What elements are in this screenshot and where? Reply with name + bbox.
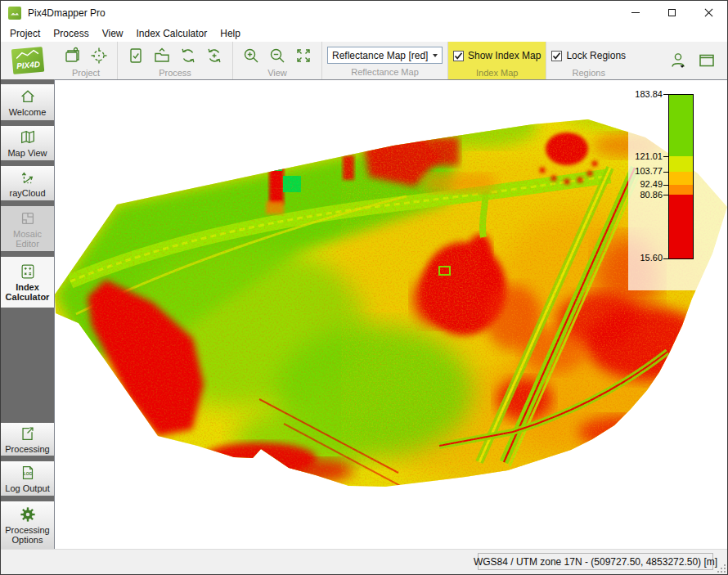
- toolbar-group-view: View: [232, 42, 321, 79]
- sidebar-item-raycloud[interactable]: rayCloud: [1, 166, 54, 200]
- legend-band-orange: [669, 185, 693, 195]
- close-button[interactable]: [690, 1, 727, 25]
- menu-project[interactable]: Project: [3, 26, 47, 41]
- menu-process[interactable]: Process: [47, 26, 95, 41]
- legend-color-bar: [668, 94, 694, 259]
- zoom-fit-icon: [294, 46, 313, 65]
- gear-icon: [19, 505, 37, 523]
- project-center-icon: [89, 46, 109, 65]
- zoom-in-button[interactable]: [239, 44, 263, 67]
- legend-tick-4: 92.49: [613, 179, 663, 189]
- sidebar-item-processing[interactable]: Processing: [1, 423, 54, 456]
- reprocess-icon: [178, 46, 198, 65]
- app-icon: [8, 7, 21, 20]
- index-calculator-icon: [19, 263, 37, 281]
- sidebar-item-index-calculator[interactable]: Index Calculator: [1, 257, 54, 308]
- sidebar: Welcome Map View: [1, 79, 54, 549]
- sidebar-item-label: Log Output: [2, 483, 53, 493]
- show-index-map-label[interactable]: Show Index Map: [468, 50, 541, 61]
- legend-tick-2: 121.01: [613, 151, 663, 161]
- window-title: Pix4Dmapper Pro: [28, 7, 106, 19]
- lock-regions-checkbox[interactable]: [551, 51, 562, 61]
- reprocess-button[interactable]: [176, 44, 200, 67]
- menu-index-calculator[interactable]: Index Calculator: [130, 26, 214, 41]
- project-center-button[interactable]: [87, 44, 111, 67]
- legend-band-yellowgreen: [669, 156, 693, 172]
- sidebar-item-mosaic-editor: Mosaic Editor: [1, 206, 54, 251]
- sidebar-item-label: Processing: [2, 444, 53, 454]
- toolbar-spacer: [631, 42, 663, 79]
- index-map-view[interactable]: [55, 80, 727, 549]
- sidebar-item-label: Mosaic Editor: [2, 229, 53, 249]
- process-check-icon: [126, 46, 146, 65]
- user-icon: [667, 50, 689, 71]
- map-canvas: 183.84 121.01 103.77 92.49 80.86 15.60: [54, 79, 727, 549]
- menu-view[interactable]: View: [96, 26, 130, 41]
- processing-icon: [19, 425, 37, 442]
- legend-tick-min: 15.60: [613, 253, 663, 263]
- toolbar-group-project: Project: [55, 42, 117, 79]
- svg-text:LOG: LOG: [23, 472, 32, 476]
- group-label-regions: Regions: [573, 68, 605, 78]
- zoom-in-icon: [241, 46, 261, 65]
- reflectance-map-dropdown-value: Reflectance Map [red]: [332, 50, 428, 61]
- menu-help[interactable]: Help: [213, 26, 247, 41]
- process-open-icon: [152, 46, 172, 65]
- status-bar: WGS84 / UTM zone 17N - (509727.50, 48532…: [1, 549, 727, 574]
- menu-bar: Project Process View Index Calculator He…: [1, 25, 727, 42]
- zoom-fit-button[interactable]: [291, 44, 316, 67]
- raycloud-icon: [19, 168, 37, 186]
- group-label-reflectance-map: Reflectance Map: [351, 67, 419, 77]
- legend-tick-5: 80.86: [613, 190, 663, 200]
- layout-toggle-button[interactable]: [694, 49, 720, 72]
- maximize-icon: [668, 9, 676, 16]
- reoptimize-icon: [204, 46, 224, 65]
- user-menu-button[interactable]: [664, 49, 692, 72]
- toolbar-group-index-map: Show Index Map Index Map: [447, 42, 546, 79]
- toolbar-group-reflectance-map: Reflectance Map [red] Reflectance Map: [321, 42, 447, 79]
- checkmark-icon: [454, 52, 463, 61]
- sidebar-item-welcome[interactable]: Welcome: [1, 84, 54, 120]
- sidebar-item-label: Index Calculator: [2, 282, 53, 302]
- resize-grip[interactable]: [716, 563, 726, 573]
- group-label-view: View: [267, 68, 287, 78]
- zoom-out-icon: [267, 46, 287, 65]
- main-area: Welcome Map View: [1, 79, 727, 549]
- dropdown-arrow-icon: [429, 47, 442, 63]
- minimize-button[interactable]: [617, 1, 654, 25]
- minimize-icon: [631, 12, 640, 13]
- toolbar-group-regions: Lock Regions Regions: [546, 42, 631, 79]
- zoom-out-button[interactable]: [265, 44, 290, 67]
- lock-regions-label[interactable]: Lock Regions: [566, 50, 626, 61]
- sidebar-item-map-view[interactable]: Map View: [1, 126, 54, 160]
- toolbar-right-icons: [663, 42, 727, 79]
- group-label-process: Process: [159, 68, 191, 78]
- title-bar: Pix4Dmapper Pro: [1, 1, 727, 25]
- show-index-map-checkbox[interactable]: [453, 51, 464, 61]
- process-open-button[interactable]: [150, 44, 174, 67]
- reflectance-map-dropdown[interactable]: Reflectance Map [red]: [327, 47, 443, 64]
- pix4d-logo-button[interactable]: PIX4D: [1, 42, 55, 79]
- reoptimize-button[interactable]: [202, 44, 227, 67]
- legend-band-green: [669, 95, 693, 156]
- new-project-icon: [63, 46, 83, 65]
- checkmark-icon: [552, 52, 561, 61]
- layout-icon: [697, 51, 717, 70]
- group-label-project: Project: [72, 68, 100, 78]
- log-output-icon: LOG: [19, 464, 37, 482]
- group-label-index-map: Index Map: [476, 68, 518, 78]
- sidebar-item-log-output[interactable]: LOG Log Output: [1, 461, 54, 496]
- sidebar-item-label: Processing Options: [2, 525, 53, 545]
- legend-band-red: [669, 195, 693, 258]
- legend-tick-3: 103.77: [613, 166, 663, 176]
- pix4d-logo: PIX4D: [7, 45, 48, 76]
- window-controls: [617, 1, 727, 25]
- maximize-button[interactable]: [654, 1, 690, 25]
- sidebar-item-processing-options[interactable]: Processing Options: [1, 501, 54, 549]
- sidebar-item-label: Map View: [2, 148, 53, 158]
- toolbar-group-process: Process: [117, 42, 232, 79]
- map-icon: [19, 128, 37, 146]
- process-check-button[interactable]: [124, 44, 148, 67]
- new-project-button[interactable]: [61, 44, 85, 67]
- toolbar: PIX4D: [1, 42, 727, 79]
